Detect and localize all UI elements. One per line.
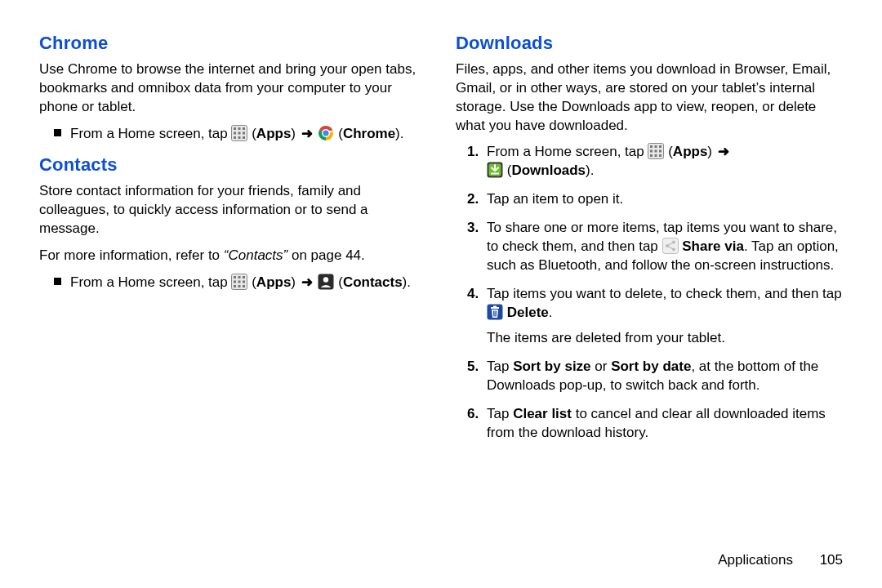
chrome-icon [318, 125, 334, 141]
downloads-step-4: Tap items you want to delete, to check t… [456, 285, 848, 348]
svg-rect-7 [234, 136, 236, 139]
svg-point-24 [323, 277, 328, 282]
svg-rect-6 [243, 131, 245, 134]
contacts-nav-step: From a Home screen, tap (Apps) ➜ (Contac… [39, 274, 431, 292]
svg-rect-9 [243, 136, 245, 139]
downloads-step-5: Tap Sort by size or Sort by date, at the… [456, 358, 848, 395]
sort-by-date: Sort by date [611, 359, 691, 374]
heading-contacts: Contacts [39, 153, 431, 177]
step-text: From a Home screen, tap [487, 144, 648, 159]
footer-section: Applications [718, 552, 793, 568]
step-text: From a Home screen, tap [70, 126, 231, 141]
downloads-label: Downloads [511, 163, 586, 178]
svg-rect-2 [238, 127, 241, 130]
clear-list: Clear list [513, 406, 572, 421]
step-text: Tap items you want to delete, to check t… [487, 286, 842, 301]
apps-label: Apps [256, 126, 292, 141]
apps-grid-icon [648, 143, 664, 159]
share-via-label: Share via [682, 238, 744, 254]
step-4-note: The items are deleted from your tablet. [487, 329, 848, 348]
svg-rect-38 [662, 238, 678, 254]
apps-grid-icon [231, 125, 247, 141]
svg-rect-16 [243, 276, 245, 278]
right-column: Downloads Files, apps, and other items y… [456, 26, 848, 568]
arrow-icon: ➜ [300, 126, 314, 141]
svg-rect-34 [659, 154, 662, 157]
svg-rect-26 [650, 145, 653, 148]
svg-rect-20 [234, 285, 236, 287]
s6-a: Tap [487, 406, 513, 421]
s5-or: or [591, 359, 612, 374]
svg-rect-4 [234, 131, 236, 134]
delete-label: Delete [507, 305, 549, 320]
svg-rect-30 [655, 150, 657, 153]
arrow-icon: ➜ [716, 144, 731, 159]
apps-label: Apps [256, 274, 292, 290]
svg-rect-19 [243, 280, 245, 283]
delete-icon [487, 304, 503, 320]
svg-rect-33 [655, 154, 657, 157]
svg-rect-31 [659, 150, 662, 153]
chrome-nav-step: From a Home screen, tap (Apps) ➜ [39, 125, 431, 144]
svg-rect-29 [650, 150, 653, 153]
s5-a: Tap [487, 359, 513, 374]
svg-rect-5 [238, 131, 241, 134]
svg-rect-17 [234, 280, 236, 283]
svg-rect-21 [238, 285, 241, 287]
downloads-step-3: To share one or more items, tap items yo… [456, 219, 848, 275]
svg-rect-14 [234, 276, 236, 278]
ref-italic: “Contacts” [224, 247, 287, 263]
chrome-description: Use Chrome to browse the internet and br… [39, 60, 431, 117]
heading-chrome: Chrome [39, 31, 431, 56]
heading-downloads: Downloads [456, 31, 848, 56]
arrow-icon: ➜ [300, 274, 314, 290]
page-footer: Applications 105 [718, 551, 843, 570]
downloads-step-1: From a Home screen, tap (Apps) ➜ (Downlo… [456, 143, 848, 180]
step-text: From a Home screen, tap [70, 274, 231, 290]
sort-by-size: Sort by size [513, 359, 590, 374]
svg-point-12 [323, 130, 329, 136]
contacts-description: Store contact information for your frien… [39, 182, 431, 238]
svg-rect-1 [234, 127, 236, 130]
svg-rect-3 [243, 127, 245, 130]
downloads-step-6: Tap Clear list to cancel and clear all d… [456, 405, 848, 443]
downloads-step-2: Tap an item to open it. [456, 190, 848, 209]
contacts-label: Contacts [343, 274, 403, 290]
svg-rect-18 [238, 280, 241, 283]
share-icon [662, 238, 679, 254]
page-content: Chrome Use Chrome to browse the internet… [0, 0, 882, 588]
left-column: Chrome Use Chrome to browse the internet… [39, 26, 431, 568]
svg-rect-46 [493, 306, 497, 308]
downloads-icon [487, 162, 503, 178]
svg-rect-45 [491, 307, 499, 309]
contacts-icon [318, 274, 334, 290]
svg-rect-8 [238, 136, 241, 139]
contacts-reference: For more information, refer to “Contacts… [39, 247, 431, 265]
footer-page-number: 105 [820, 552, 843, 568]
ref-post: on page 44. [287, 247, 365, 263]
ref-pre: For more information, refer to [39, 247, 224, 263]
svg-rect-22 [243, 285, 245, 287]
svg-rect-28 [659, 145, 662, 148]
apps-label: Apps [673, 144, 708, 159]
svg-rect-37 [491, 173, 499, 175]
chrome-label: Chrome [343, 126, 395, 141]
svg-rect-32 [650, 154, 653, 157]
svg-rect-15 [238, 276, 241, 278]
apps-grid-icon [231, 274, 247, 290]
downloads-description: Files, apps, and other items you downloa… [456, 60, 848, 136]
svg-rect-27 [655, 145, 657, 148]
